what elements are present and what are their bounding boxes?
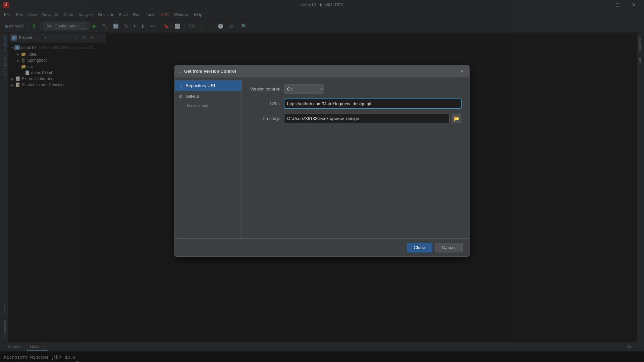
- repo-url-label: Repository URL: [185, 83, 216, 88]
- vc-select-wrapper: Git Mercurial ▾: [284, 84, 324, 94]
- dialog-title-text: Get from Version Control: [184, 69, 236, 74]
- dialog-header: ↓ Get from Version Control ✕: [175, 65, 469, 77]
- directory-row: Directory: 📂: [250, 114, 461, 123]
- folder-browse-icon: 📂: [454, 116, 460, 121]
- directory-field: 📂: [284, 114, 461, 123]
- directory-input[interactable]: [284, 114, 450, 123]
- sidebar-item-github[interactable]: ⊙ GitHub: [175, 91, 241, 102]
- version-control-select[interactable]: Git Mercurial: [284, 84, 324, 94]
- repo-url-icon: ↳: [179, 83, 183, 88]
- url-field: [284, 99, 461, 108]
- url-input[interactable]: [284, 99, 461, 108]
- vc-field: Git Mercurial ▾: [284, 84, 461, 94]
- url-row: URL:: [250, 99, 461, 108]
- clone-button[interactable]: Clone: [407, 243, 432, 252]
- vc-label: Version control:: [250, 86, 280, 92]
- dialog-content-spacer: [250, 128, 461, 232]
- no-accounts-label: No accounts: [187, 104, 209, 108]
- browse-folder-button[interactable]: 📂: [452, 114, 461, 123]
- cancel-button[interactable]: Cancel: [435, 243, 463, 252]
- directory-label: Directory:: [250, 116, 280, 121]
- dialog-body: ↳ Repository URL ⊙ GitHub No accounts Ve…: [175, 77, 469, 238]
- github-icon: ⊙: [179, 94, 183, 99]
- dialog-close-button[interactable]: ✕: [459, 68, 465, 75]
- github-label: GitHub: [185, 94, 199, 99]
- dialog-footer: Clone Cancel: [175, 238, 469, 256]
- sidebar-item-repo-url[interactable]: ↳ Repository URL: [175, 80, 241, 91]
- dialog: ↓ Get from Version Control ✕ ↳ Repositor…: [174, 65, 470, 257]
- dialog-title-icon: ↓: [179, 68, 181, 74]
- dialog-content: Version control: Git Mercurial ▾ URL:: [242, 77, 469, 238]
- github-no-accounts: No accounts: [175, 102, 241, 110]
- dialog-sidebar: ↳ Repository URL ⊙ GitHub No accounts: [175, 77, 242, 238]
- dialog-title: ↓ Get from Version Control: [179, 68, 236, 74]
- version-control-row: Version control: Git Mercurial ▾: [250, 84, 461, 94]
- modal-overlay: ↓ Get from Version Control ✕ ↳ Repositor…: [0, 0, 644, 362]
- url-label: URL:: [250, 101, 280, 106]
